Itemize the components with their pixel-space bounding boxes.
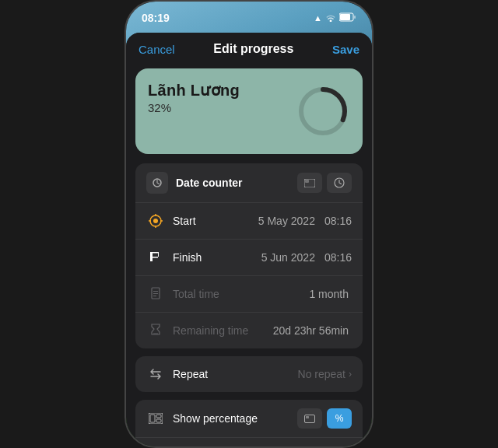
signal-icon: ▲ bbox=[314, 13, 322, 23]
finish-label: Finish bbox=[173, 251, 261, 264]
svg-point-10 bbox=[153, 219, 158, 223]
wifi-icon bbox=[325, 12, 336, 23]
start-date: 5 May 2022 bbox=[258, 215, 315, 227]
preview-card: Lãnh Lương 32% bbox=[135, 68, 363, 154]
total-time-label: Total time bbox=[173, 288, 309, 300]
start-label: Start bbox=[173, 215, 258, 227]
count-up-row: 21 Count up ↓ ↑ bbox=[135, 438, 363, 446]
show-percentage-label: Show percentage bbox=[173, 412, 297, 425]
remaining-time-label: Remaining time bbox=[173, 324, 273, 337]
remaining-time-row: Remaining time 20d 23hr 56min bbox=[135, 313, 363, 348]
sections: Date counter bbox=[126, 163, 372, 446]
save-button[interactable]: Save bbox=[332, 43, 359, 56]
svg-rect-18 bbox=[158, 252, 159, 257]
repeat-label: Repeat bbox=[173, 368, 298, 380]
modal-sheet: Cancel Edit progress Save Lãnh Lương 32% bbox=[126, 33, 372, 446]
start-time: 08:16 bbox=[324, 215, 352, 227]
remaining-time-value: 20d 23hr 56min bbox=[273, 324, 349, 337]
start-icon bbox=[146, 212, 165, 230]
svg-rect-2 bbox=[354, 16, 356, 19]
finish-row[interactable]: Finish 5 Jun 2022 08:16 bbox=[135, 240, 363, 276]
date-counter-section: Date counter bbox=[135, 163, 363, 348]
date-counter-widget-btn[interactable] bbox=[297, 173, 322, 193]
show-percentage-toggle-group: % bbox=[297, 408, 352, 429]
svg-rect-25 bbox=[156, 415, 161, 418]
show-percentage-percent-btn[interactable]: % bbox=[327, 408, 352, 429]
repeat-section: Repeat No repeat › bbox=[135, 356, 363, 392]
finish-time: 08:16 bbox=[324, 251, 352, 264]
status-icons: ▲ bbox=[314, 12, 356, 23]
total-time-value: 1 month bbox=[309, 288, 349, 300]
phone-frame: 08:19 ▲ bbox=[124, 0, 374, 448]
repeat-row[interactable]: Repeat No repeat › bbox=[135, 356, 363, 392]
repeat-chevron: › bbox=[349, 369, 352, 380]
svg-rect-21 bbox=[153, 293, 158, 294]
finish-date: 5 Jun 2022 bbox=[261, 251, 315, 264]
repeat-value: No repeat bbox=[298, 368, 345, 380]
remaining-time-icon bbox=[146, 321, 165, 340]
show-percentage-widget-btn[interactable] bbox=[297, 408, 322, 429]
nav-bar: Cancel Edit progress Save bbox=[126, 33, 372, 62]
date-counter-toggle-group bbox=[297, 173, 352, 193]
svg-rect-7 bbox=[305, 180, 309, 183]
svg-rect-26 bbox=[156, 419, 161, 422]
finish-icon bbox=[146, 248, 165, 267]
svg-rect-20 bbox=[153, 291, 158, 292]
svg-rect-28 bbox=[306, 416, 309, 418]
repeat-icon bbox=[146, 365, 165, 383]
cancel-button[interactable]: Cancel bbox=[139, 43, 175, 56]
svg-rect-27 bbox=[305, 415, 315, 422]
nav-title: Edit progress bbox=[213, 42, 293, 56]
svg-rect-16 bbox=[150, 252, 158, 254]
total-time-row: Total time 1 month bbox=[135, 276, 363, 313]
modal-overlay: 08:19 ▲ bbox=[126, 2, 372, 446]
total-time-icon bbox=[146, 285, 165, 303]
status-bar: 08:19 ▲ bbox=[126, 2, 372, 30]
progress-ring bbox=[296, 84, 350, 138]
show-percentage-row: Show percentage % bbox=[135, 400, 363, 438]
status-time: 08:19 bbox=[142, 12, 170, 24]
date-counter-label: Date counter bbox=[176, 177, 297, 189]
date-counter-clock-btn[interactable] bbox=[327, 173, 352, 193]
svg-rect-22 bbox=[153, 296, 156, 296]
percent-symbol: % bbox=[335, 413, 344, 424]
show-percentage-icon bbox=[146, 409, 165, 428]
svg-rect-17 bbox=[150, 257, 158, 258]
svg-rect-1 bbox=[340, 14, 350, 20]
date-counter-icon bbox=[146, 172, 168, 194]
options-section: Show percentage % bbox=[135, 400, 363, 446]
battery-icon bbox=[339, 12, 356, 23]
start-row[interactable]: Start 5 May 2022 08:16 bbox=[135, 203, 363, 240]
date-counter-header: Date counter bbox=[135, 163, 363, 203]
svg-rect-24 bbox=[150, 415, 155, 422]
